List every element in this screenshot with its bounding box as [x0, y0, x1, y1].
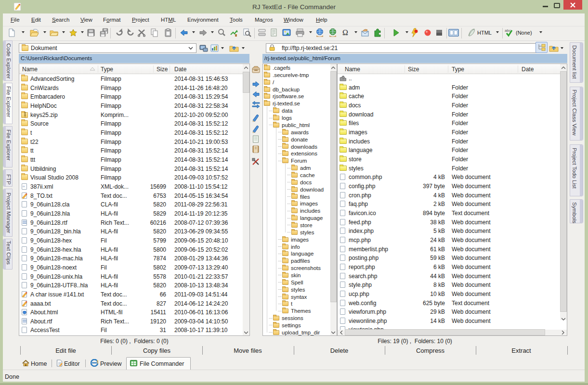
svg-text:Ω: Ω: [342, 28, 348, 37]
svg-text:‹›: ‹›: [23, 185, 25, 188]
